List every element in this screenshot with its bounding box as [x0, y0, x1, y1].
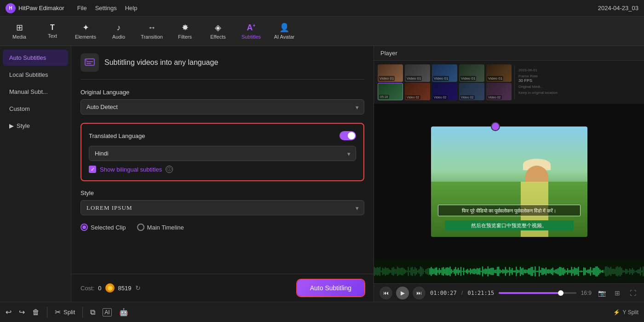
delete-button[interactable]: 🗑: [32, 308, 40, 316]
svg-rect-152: [572, 269, 573, 273]
sidebar-item-custom[interactable]: Custom: [3, 101, 68, 117]
svg-rect-153: [574, 267, 575, 276]
original-language-select[interactable]: Auto Detect English Chinese Hindi: [80, 99, 364, 115]
scissors-icon: ✂: [55, 308, 61, 316]
svg-rect-78: [472, 269, 473, 274]
svg-rect-202: [640, 267, 641, 276]
svg-rect-64: [454, 269, 454, 274]
svg-rect-29: [406, 270, 407, 272]
svg-rect-92: [491, 268, 492, 275]
sidebar-item-manual-subtitles[interactable]: Manual Subt...: [3, 84, 68, 100]
svg-rect-180: [610, 267, 611, 276]
svg-text:A: A: [86, 59, 87, 62]
thumb-4[interactable]: Video 01: [459, 64, 484, 82]
split-button[interactable]: ✂ Split: [55, 308, 75, 316]
toolbar-ai-avatar[interactable]: 👤 AI Avatar: [269, 18, 300, 44]
subtitle-header-title: Subtitling videos into any language: [104, 58, 218, 67]
grid-button[interactable]: ⊞: [612, 288, 623, 299]
bilingual-checkbox[interactable]: ✓: [89, 166, 96, 173]
svg-rect-60: [448, 268, 449, 275]
thumb-5[interactable]: Video 01: [486, 64, 512, 82]
svg-rect-83: [479, 268, 480, 275]
undo-button[interactable]: ↩: [6, 308, 12, 316]
play-pause-button[interactable]: ▶: [396, 287, 409, 299]
svg-rect-47: [431, 267, 431, 276]
fullscreen-button[interactable]: ⛶: [627, 288, 638, 299]
sidebar-item-auto-subtitles[interactable]: Auto Subtitles: [3, 50, 68, 66]
thumb-3-label: Video 01: [433, 76, 449, 81]
video-info-date: 2023-06-01: [518, 68, 561, 72]
toolbar-effects[interactable]: ◈ Effects: [202, 18, 234, 44]
svg-rect-103: [506, 270, 507, 273]
svg-rect-200: [637, 270, 638, 273]
svg-rect-66: [456, 270, 457, 274]
svg-rect-154: [575, 268, 576, 275]
timeline-slider[interactable]: [499, 292, 576, 294]
cost-section: Cost: 0 🪙 8519 ↻: [80, 283, 141, 293]
style-select[interactable]: LOREM IPSUM Modern Classic: [80, 200, 364, 215]
svg-rect-14: [386, 268, 387, 275]
toolbar-text[interactable]: T Text: [37, 18, 68, 44]
toolbar-media[interactable]: ⊞ Media: [4, 18, 35, 44]
svg-rect-126: [537, 270, 538, 272]
svg-rect-204: [643, 266, 644, 276]
thumb-7[interactable]: Video 02: [405, 83, 430, 100]
bilingual-label[interactable]: Show bilingual subtitles: [100, 166, 162, 173]
translated-language-select[interactable]: Hindi English Chinese Spanish: [89, 146, 356, 161]
thumb-2[interactable]: Video 01: [405, 64, 430, 82]
svg-rect-168: [594, 268, 595, 275]
toolbar-elements[interactable]: ✦ Elements: [70, 18, 101, 44]
svg-rect-104: [508, 270, 509, 272]
step-forward-button[interactable]: ⏭: [413, 287, 426, 299]
text-label: Text: [48, 33, 57, 39]
ai-tool-2[interactable]: 🤖: [119, 308, 128, 316]
svg-rect-25: [401, 268, 402, 275]
menu-help[interactable]: Help: [125, 5, 138, 12]
svg-rect-48: [432, 268, 433, 274]
thumb-1[interactable]: Video 01: [378, 64, 403, 82]
refresh-icon[interactable]: ↻: [135, 284, 141, 292]
toolbar-filters[interactable]: ✸ Filters: [169, 18, 201, 44]
sidebar-item-local-subtitles[interactable]: Local Subtitles: [3, 67, 68, 83]
ai-icon-1: AI: [103, 308, 111, 316]
svg-rect-57: [444, 269, 445, 274]
thumb-8[interactable]: Video 02: [432, 83, 457, 100]
time-separator: /: [461, 289, 463, 296]
style-expandable: ▶ Style: [9, 122, 62, 129]
menu-file[interactable]: File: [77, 5, 87, 12]
toolbar-subtitles[interactable]: A+ Subtitles: [236, 18, 267, 44]
thumb-6[interactable]: 05:16: [378, 83, 403, 100]
svg-rect-18: [391, 268, 392, 275]
svg-rect-35: [414, 267, 415, 276]
svg-rect-110: [516, 267, 517, 276]
svg-rect-139: [555, 270, 556, 273]
toolbar-transition[interactable]: ↔ Transition: [136, 18, 167, 44]
toolbar-audio[interactable]: ♪ Audio: [103, 18, 134, 44]
svg-rect-199: [636, 270, 637, 272]
svg-rect-77: [471, 270, 472, 273]
redo-button[interactable]: ↪: [19, 308, 25, 316]
screenshot-button[interactable]: 📷: [596, 288, 607, 299]
date-display: 2024-04-23_03: [598, 5, 638, 12]
svg-rect-20: [394, 269, 395, 274]
thumb-10[interactable]: Video 02: [486, 83, 512, 100]
svg-rect-172: [599, 270, 600, 274]
player-panel: Player Video 01 Video 01 Video 01 Video …: [374, 46, 644, 302]
main-timeline-radio[interactable]: Main Timeline: [137, 224, 184, 231]
y-split-label[interactable]: Y Split: [623, 309, 638, 316]
svg-rect-164: [589, 269, 590, 273]
selected-clip-radio[interactable]: Selected Clip: [80, 224, 126, 231]
thumb-9[interactable]: Video 02: [459, 83, 484, 100]
sidebar-item-style[interactable]: ▶ Style: [3, 118, 68, 134]
clip-button[interactable]: ⧉: [90, 308, 95, 316]
subtitle-overlay-chinese: 然后在预览窗口中预览整个视频。: [445, 220, 574, 230]
menu-settings[interactable]: Settings: [95, 5, 117, 12]
ai-tool-1[interactable]: AI: [103, 308, 111, 316]
translated-language-toggle[interactable]: [339, 131, 356, 140]
thumb-3[interactable]: Video 01: [432, 64, 457, 82]
bilingual-info-icon[interactable]: ⓘ: [166, 166, 173, 173]
sidebar-label-local: Local Subtitles: [9, 71, 48, 78]
auto-subtitling-button[interactable]: Auto Subtitling: [297, 280, 364, 296]
step-back-button[interactable]: ⏮: [380, 287, 392, 299]
svg-rect-203: [641, 270, 642, 272]
